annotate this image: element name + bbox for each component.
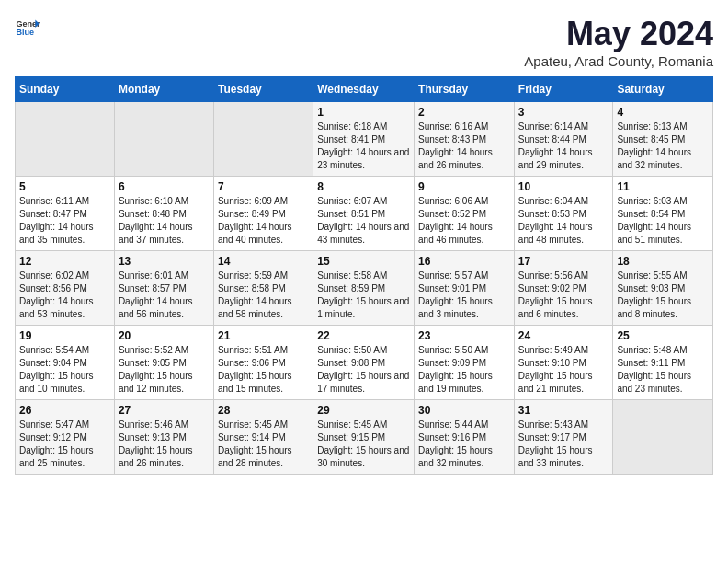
day-number: 31 xyxy=(518,404,609,417)
calendar-day-cell: 9Sunrise: 6:06 AMSunset: 8:52 PMDaylight… xyxy=(415,177,515,251)
day-number: 20 xyxy=(119,329,210,342)
calendar-day-cell: 26Sunrise: 5:47 AMSunset: 9:12 PMDayligh… xyxy=(16,400,115,475)
calendar-day-cell: 8Sunrise: 6:07 AMSunset: 8:51 PMDaylight… xyxy=(313,177,415,251)
main-title: May 2024 xyxy=(524,15,713,53)
calendar-day-cell xyxy=(613,400,713,475)
calendar-day-cell: 15Sunrise: 5:58 AMSunset: 8:59 PMDayligh… xyxy=(313,251,415,326)
day-number: 27 xyxy=(119,404,210,417)
subtitle: Apateu, Arad County, Romania xyxy=(524,53,713,69)
logo: General Blue xyxy=(15,15,40,40)
day-info: Sunrise: 6:02 AMSunset: 8:56 PMDaylight:… xyxy=(19,270,110,321)
day-number: 9 xyxy=(418,180,510,193)
day-info: Sunrise: 5:57 AMSunset: 9:01 PMDaylight:… xyxy=(418,270,510,321)
day-number: 24 xyxy=(518,329,609,342)
calendar-week-row: 26Sunrise: 5:47 AMSunset: 9:12 PMDayligh… xyxy=(16,400,713,475)
calendar-day-cell xyxy=(213,102,313,177)
calendar-day-cell: 2Sunrise: 6:16 AMSunset: 8:43 PMDaylight… xyxy=(415,102,515,177)
calendar-day-cell: 30Sunrise: 5:44 AMSunset: 9:16 PMDayligh… xyxy=(415,400,515,475)
weekday-header-cell: Wednesday xyxy=(313,77,415,102)
day-number: 8 xyxy=(317,180,410,193)
day-info: Sunrise: 6:04 AMSunset: 8:53 PMDaylight:… xyxy=(518,195,609,247)
weekday-header-cell: Thursday xyxy=(415,77,515,102)
day-info: Sunrise: 6:09 AMSunset: 8:49 PMDaylight:… xyxy=(218,195,309,247)
day-info: Sunrise: 5:46 AMSunset: 9:13 PMDaylight:… xyxy=(119,419,210,470)
day-info: Sunrise: 5:52 AMSunset: 9:05 PMDaylight:… xyxy=(119,344,210,396)
weekday-header-cell: Friday xyxy=(514,77,613,102)
calendar-day-cell: 4Sunrise: 6:13 AMSunset: 8:45 PMDaylight… xyxy=(613,102,713,177)
day-info: Sunrise: 5:54 AMSunset: 9:04 PMDaylight:… xyxy=(19,344,110,396)
day-info: Sunrise: 5:58 AMSunset: 8:59 PMDaylight:… xyxy=(317,270,410,321)
day-number: 23 xyxy=(418,329,510,342)
day-info: Sunrise: 6:13 AMSunset: 8:45 PMDaylight:… xyxy=(617,121,709,172)
day-info: Sunrise: 5:47 AMSunset: 9:12 PMDaylight:… xyxy=(19,419,110,470)
day-number: 19 xyxy=(19,329,110,342)
day-number: 22 xyxy=(317,329,410,342)
svg-text:Blue: Blue xyxy=(16,28,34,37)
calendar-day-cell: 11Sunrise: 6:03 AMSunset: 8:54 PMDayligh… xyxy=(613,177,713,251)
calendar-day-cell: 7Sunrise: 6:09 AMSunset: 8:49 PMDaylight… xyxy=(213,177,313,251)
day-number: 30 xyxy=(418,404,510,417)
day-info: Sunrise: 5:50 AMSunset: 9:09 PMDaylight:… xyxy=(418,344,510,396)
day-info: Sunrise: 5:50 AMSunset: 9:08 PMDaylight:… xyxy=(317,344,410,396)
calendar-day-cell: 3Sunrise: 6:14 AMSunset: 8:44 PMDaylight… xyxy=(514,102,613,177)
day-number: 1 xyxy=(317,106,410,119)
calendar-day-cell: 20Sunrise: 5:52 AMSunset: 9:05 PMDayligh… xyxy=(114,326,213,400)
header: General Blue May 2024 Apateu, Arad Count… xyxy=(15,15,713,69)
calendar-day-cell: 31Sunrise: 5:43 AMSunset: 9:17 PMDayligh… xyxy=(514,400,613,475)
calendar-day-cell: 16Sunrise: 5:57 AMSunset: 9:01 PMDayligh… xyxy=(415,251,515,326)
calendar-day-cell: 6Sunrise: 6:10 AMSunset: 8:48 PMDaylight… xyxy=(114,177,213,251)
day-number: 25 xyxy=(617,329,709,342)
day-info: Sunrise: 6:01 AMSunset: 8:57 PMDaylight:… xyxy=(119,270,210,321)
weekday-header: SundayMondayTuesdayWednesdayThursdayFrid… xyxy=(16,77,713,102)
calendar-day-cell: 13Sunrise: 6:01 AMSunset: 8:57 PMDayligh… xyxy=(114,251,213,326)
calendar-week-row: 12Sunrise: 6:02 AMSunset: 8:56 PMDayligh… xyxy=(16,251,713,326)
day-number: 12 xyxy=(19,255,110,268)
day-number: 5 xyxy=(19,180,110,193)
day-number: 21 xyxy=(218,329,309,342)
day-info: Sunrise: 5:48 AMSunset: 9:11 PMDaylight:… xyxy=(617,344,709,396)
weekday-header-cell: Tuesday xyxy=(213,77,313,102)
day-info: Sunrise: 5:45 AMSunset: 9:14 PMDaylight:… xyxy=(218,419,309,470)
logo-icon: General Blue xyxy=(15,15,40,40)
day-number: 10 xyxy=(518,180,609,193)
day-number: 7 xyxy=(218,180,309,193)
day-info: Sunrise: 6:07 AMSunset: 8:51 PMDaylight:… xyxy=(317,195,410,247)
calendar-day-cell: 22Sunrise: 5:50 AMSunset: 9:08 PMDayligh… xyxy=(313,326,415,400)
calendar-day-cell: 21Sunrise: 5:51 AMSunset: 9:06 PMDayligh… xyxy=(213,326,313,400)
day-number: 17 xyxy=(518,255,609,268)
day-info: Sunrise: 5:43 AMSunset: 9:17 PMDaylight:… xyxy=(518,419,609,470)
weekday-header-cell: Sunday xyxy=(16,77,115,102)
calendar-day-cell: 28Sunrise: 5:45 AMSunset: 9:14 PMDayligh… xyxy=(213,400,313,475)
day-number: 29 xyxy=(317,404,410,417)
calendar-week-row: 19Sunrise: 5:54 AMSunset: 9:04 PMDayligh… xyxy=(16,326,713,400)
calendar-day-cell xyxy=(114,102,213,177)
calendar-day-cell: 25Sunrise: 5:48 AMSunset: 9:11 PMDayligh… xyxy=(613,326,713,400)
day-info: Sunrise: 5:51 AMSunset: 9:06 PMDaylight:… xyxy=(218,344,309,396)
day-number: 13 xyxy=(119,255,210,268)
calendar-day-cell: 29Sunrise: 5:45 AMSunset: 9:15 PMDayligh… xyxy=(313,400,415,475)
calendar-day-cell: 10Sunrise: 6:04 AMSunset: 8:53 PMDayligh… xyxy=(514,177,613,251)
day-number: 16 xyxy=(418,255,510,268)
day-number: 11 xyxy=(617,180,709,193)
day-info: Sunrise: 5:59 AMSunset: 8:58 PMDaylight:… xyxy=(218,270,309,321)
day-number: 6 xyxy=(119,180,210,193)
calendar-day-cell: 27Sunrise: 5:46 AMSunset: 9:13 PMDayligh… xyxy=(114,400,213,475)
day-info: Sunrise: 6:03 AMSunset: 8:54 PMDaylight:… xyxy=(617,195,709,247)
day-number: 15 xyxy=(317,255,410,268)
calendar-day-cell: 24Sunrise: 5:49 AMSunset: 9:10 PMDayligh… xyxy=(514,326,613,400)
day-info: Sunrise: 5:55 AMSunset: 9:03 PMDaylight:… xyxy=(617,270,709,321)
day-info: Sunrise: 6:06 AMSunset: 8:52 PMDaylight:… xyxy=(418,195,510,247)
day-info: Sunrise: 6:14 AMSunset: 8:44 PMDaylight:… xyxy=(518,121,609,172)
weekday-header-cell: Saturday xyxy=(613,77,713,102)
day-number: 2 xyxy=(418,106,510,119)
calendar-day-cell xyxy=(16,102,115,177)
calendar-day-cell: 19Sunrise: 5:54 AMSunset: 9:04 PMDayligh… xyxy=(16,326,115,400)
day-info: Sunrise: 5:45 AMSunset: 9:15 PMDaylight:… xyxy=(317,419,410,470)
day-info: Sunrise: 5:56 AMSunset: 9:02 PMDaylight:… xyxy=(518,270,609,321)
day-info: Sunrise: 5:49 AMSunset: 9:10 PMDaylight:… xyxy=(518,344,609,396)
weekday-header-cell: Monday xyxy=(114,77,213,102)
day-number: 18 xyxy=(617,255,709,268)
title-area: May 2024 Apateu, Arad County, Romania xyxy=(524,15,713,69)
day-number: 26 xyxy=(19,404,110,417)
calendar-day-cell: 5Sunrise: 6:11 AMSunset: 8:47 PMDaylight… xyxy=(16,177,115,251)
